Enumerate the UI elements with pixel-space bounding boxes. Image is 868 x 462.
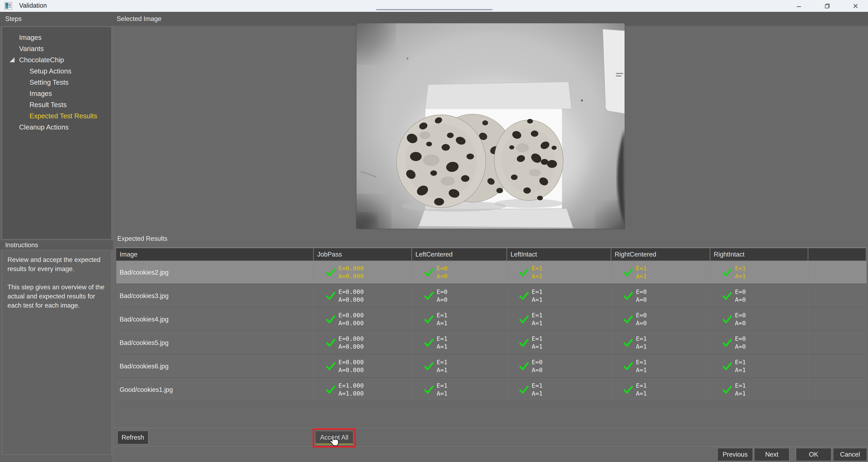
result-cell-rightcentered[interactable]: E=1 A=1 xyxy=(611,331,710,354)
result-cell-leftintact[interactable]: E=1 A=1 xyxy=(507,331,611,354)
table-row-bad-cookies3-jpg[interactable]: Bad/cookies3.jpgE=0.000 A=0.000E=0 A=0E=… xyxy=(116,284,867,307)
result-cell-rightcentered[interactable]: E=1 A=1 xyxy=(611,355,710,378)
steps-panel-header: Steps xyxy=(5,15,22,23)
refresh-button[interactable]: Refresh xyxy=(117,431,149,444)
divider xyxy=(114,428,868,428)
close-button[interactable] xyxy=(843,0,868,12)
steps-tree-item-images[interactable]: Images xyxy=(2,88,111,99)
expected-actual-values: E=1 A=1 xyxy=(437,311,447,327)
result-cell-rightcentered[interactable]: E=0 A=0 xyxy=(611,284,710,307)
result-cell-leftcentered[interactable]: E=1 A=1 xyxy=(412,355,507,378)
steps-tree-item-result-tests[interactable]: Result Tests xyxy=(2,99,111,111)
result-cell-jobpass[interactable]: E=0.000 A=0.000 xyxy=(314,355,412,378)
column-divider xyxy=(710,261,711,402)
result-cell-leftintact[interactable]: E=1 A=1 xyxy=(507,378,611,401)
expected-actual-values: E=1 A=1 xyxy=(437,335,447,350)
hand-cursor-icon xyxy=(329,434,340,446)
result-cell-leftcentered[interactable]: E=1 A=1 xyxy=(412,331,507,354)
minimize-button[interactable] xyxy=(786,0,811,12)
result-cell-leftintact[interactable]: E=1 A=1 xyxy=(507,308,611,331)
steps-tree-item-cleanup-actions[interactable]: Cleanup Actions xyxy=(2,122,111,133)
result-cell-rightcentered[interactable]: E=1 A=1 xyxy=(611,261,710,284)
expected-actual-values: E=0.000 A=0.000 xyxy=(338,311,364,327)
instructions-text: Review and accept the expected results f… xyxy=(2,250,111,324)
steps-tree-item-images[interactable]: Images xyxy=(2,32,111,43)
next-button[interactable]: Next xyxy=(754,448,789,461)
table-row-bad-cookies5-jpg[interactable]: Bad/cookies5.jpgE=0.000 A=0.000E=1 A=1E=… xyxy=(116,331,867,354)
result-cell-jobpass[interactable]: E=0.000 A=0.000 xyxy=(314,331,412,354)
table-row-good-cookies1-jpg[interactable]: Good/cookies1.jpgE=1.000 A=1.000E=1 A=1E… xyxy=(116,378,867,401)
steps-tree-item-variants[interactable]: Variants xyxy=(2,43,111,54)
pass-check-icon xyxy=(623,268,633,277)
result-cell-rightintact[interactable]: E=0 A=0 xyxy=(710,331,808,354)
result-cell-rightcentered[interactable]: E=0 A=0 xyxy=(611,308,710,331)
expected-actual-values: E=1 A=1 xyxy=(735,265,746,280)
titlebar-divider xyxy=(376,9,492,10)
column-header-leftcentered[interactable]: LeftCentered xyxy=(412,248,506,260)
column-header-empty[interactable] xyxy=(808,248,866,260)
result-cell-leftintact[interactable]: E=1 A=1 xyxy=(507,284,611,307)
image-name-cell: Good/cookies1.jpg xyxy=(120,378,173,401)
steps-tree-item-label: Images xyxy=(19,34,41,41)
image-name-cell: Bad/cookies2.jpg xyxy=(120,261,168,284)
pass-check-icon xyxy=(326,291,336,300)
column-header-image[interactable]: Image xyxy=(116,248,313,260)
column-header-rightcentered[interactable]: RightCentered xyxy=(611,248,710,260)
pass-check-icon xyxy=(519,385,529,394)
result-cell-leftcentered[interactable]: E=1 A=1 xyxy=(412,378,507,401)
result-cell-leftintact[interactable]: E=0 A=0 xyxy=(507,355,611,378)
table-row-bad-cookies6-jpg[interactable]: Bad/cookies6.jpgE=0.000 A=0.000E=1 A=1E=… xyxy=(116,355,867,378)
result-cell-jobpass[interactable]: E=1.000 A=1.000 xyxy=(314,378,412,401)
selected-image-header: Selected Image xyxy=(117,15,161,23)
expected-actual-values: E=1 A=1 xyxy=(735,358,746,374)
expected-results-header: Expected Results xyxy=(117,235,167,242)
expander-icon[interactable] xyxy=(9,57,14,62)
pass-check-icon xyxy=(519,315,529,324)
expected-actual-values: E=1 A=1 xyxy=(532,382,542,397)
expected-actual-values: E=1 A=1 xyxy=(636,358,647,374)
pass-check-icon xyxy=(424,268,434,277)
result-cell-rightintact[interactable]: E=0 A=0 xyxy=(710,308,808,331)
expected-actual-values: E=1 A=1 xyxy=(437,358,447,374)
result-cell-jobpass[interactable]: E=0.000 A=0.000 xyxy=(314,308,412,331)
result-cell-rightintact[interactable]: E=1 A=1 xyxy=(710,378,808,401)
steps-tree-item-chocolatechip[interactable]: ChocolateChip xyxy=(2,54,111,66)
steps-tree-item-setting-tests[interactable]: Setting Tests xyxy=(2,77,111,88)
expected-actual-values: E=0 A=0 xyxy=(735,311,746,327)
restore-button[interactable] xyxy=(815,0,840,12)
result-cell-jobpass[interactable]: E=0.000 A=0.000 xyxy=(314,284,412,307)
pass-check-icon xyxy=(722,315,732,324)
result-cell-rightintact[interactable]: E=1 A=1 xyxy=(710,261,808,284)
column-header-jobpass[interactable]: JobPass xyxy=(314,248,411,260)
ok-button[interactable]: OK xyxy=(796,448,832,461)
expected-actual-values: E=0.000 A=0.000 xyxy=(338,288,364,304)
expected-actual-values: E=1 A=1 xyxy=(532,311,542,327)
result-cell-rightcentered[interactable]: E=1 A=1 xyxy=(611,378,710,401)
result-cell-leftcentered[interactable]: E=0 A=0 xyxy=(412,261,507,284)
result-cell-leftcentered[interactable]: E=0 A=0 xyxy=(412,284,507,307)
column-header-leftintact[interactable]: LeftIntact xyxy=(507,248,611,260)
steps-tree-item-expected-test-results[interactable]: Expected Test Results xyxy=(2,111,111,122)
table-row-bad-cookies4-jpg[interactable]: Bad/cookies4.jpgE=0.000 A=0.000E=1 A=1E=… xyxy=(116,308,867,331)
titlebar[interactable]: Validation xyxy=(0,0,868,12)
expected-actual-values: E=1 A=1 xyxy=(636,265,647,280)
table-row-bad-cookies2-jpg[interactable]: Bad/cookies2.jpgE=0.000 A=0.000E=0 A=0E=… xyxy=(116,261,867,284)
close-icon xyxy=(852,2,859,9)
instructions-paragraph: Review and accept the expected results f… xyxy=(7,255,106,274)
column-header-rightintact[interactable]: RightIntact xyxy=(710,248,808,260)
image-name-cell: Bad/cookies5.jpg xyxy=(120,331,168,354)
image-name-cell: Bad/cookies6.jpg xyxy=(120,355,168,378)
pass-check-icon xyxy=(722,362,732,370)
steps-tree-item-setup-actions[interactable]: Setup Actions xyxy=(2,66,111,77)
result-cell-rightintact[interactable]: E=1 A=1 xyxy=(710,355,808,378)
result-cell-leftintact[interactable]: E=1 A=1 xyxy=(507,261,611,284)
cancel-button[interactable]: Cancel xyxy=(833,448,867,461)
pass-check-icon xyxy=(519,291,529,300)
result-cell-rightintact[interactable]: E=0 A=0 xyxy=(710,284,808,307)
window-title: Validation xyxy=(19,2,47,9)
steps-tree: ImagesVariantsChocolateChipSetup Actions… xyxy=(2,27,112,240)
result-cell-jobpass[interactable]: E=0.000 A=0.000 xyxy=(314,261,412,284)
previous-button[interactable]: Previous xyxy=(717,448,753,461)
result-cell-leftcentered[interactable]: E=1 A=1 xyxy=(412,308,507,331)
column-divider xyxy=(611,261,612,402)
